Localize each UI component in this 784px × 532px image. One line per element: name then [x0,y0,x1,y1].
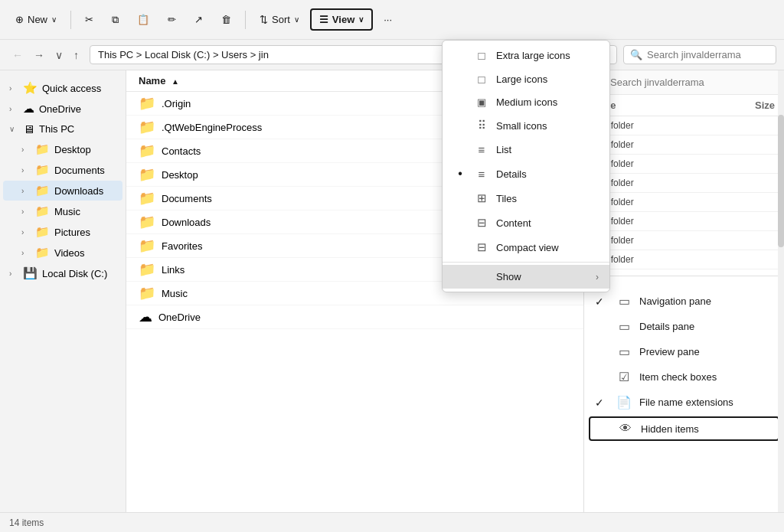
menu-item-small-icons[interactable]: ⠿ Small icons [443,113,609,138]
menu-icon: □ [475,73,488,86]
navigation-pane-option[interactable]: ✓ ▭ Navigation pane [584,289,784,314]
preview-pane-option[interactable]: ▭ Preview pane [584,339,784,364]
right-panel-options: ✓ ▭ Navigation pane ▭ Details pane ▭ Pre… [584,282,784,449]
view-dropdown-icon: ∨ [358,15,364,24]
more-button[interactable]: ··· [376,10,400,29]
onedrive-icon: ☁ [23,102,34,116]
expand-icon: › [21,249,31,257]
desktop-folder-icon: 📁 [35,142,50,156]
item-check-boxes-option[interactable]: ☑ Item check boxes [584,364,784,390]
expand-icon: › [9,269,18,278]
forward-button[interactable]: → [29,46,49,64]
file-icon: 📁 [139,237,155,254]
rp-type: File folder [593,254,729,265]
rename-icon: ✏ [168,14,176,25]
rename-button[interactable]: ✏ [160,10,184,29]
documents-folder-icon: 📁 [35,163,50,177]
menu-icon: ⊟ [475,216,488,230]
new-button[interactable]: ⊕ New ∨ [8,10,64,29]
sidebar-item-videos[interactable]: › 📁 Videos [3,243,122,263]
more-label: ··· [384,14,392,25]
rp-type: File folder [593,178,729,188]
sidebar-label: Pictures [54,227,90,238]
file-icon: 📁 [139,190,155,207]
sidebar-item-desktop[interactable]: › 📁 Desktop [3,139,122,159]
menu-item-extra-large-icons[interactable]: □ Extra large icons [443,44,609,67]
menu-item-tiles[interactable]: ⊞ Tiles [443,186,609,211]
list-item: File folder [584,116,784,135]
sort-icon: ⇅ [260,14,268,25]
sidebar-item-downloads[interactable]: › 📁 Downloads [3,181,122,201]
view-dropdown-menu: □ Extra large icons □ Large icons ▣ Medi… [442,40,610,292]
sidebar: › ⭐ Quick access › ☁ OneDrive ∨ 🖥 This P… [0,70,126,512]
sidebar-item-pictures[interactable]: › 📁 Pictures [3,222,122,242]
details-pane-option[interactable]: ▭ Details pane [584,314,784,339]
sidebar-item-quick-access[interactable]: › ⭐ Quick access [3,78,122,98]
menu-item-show[interactable]: · Show › [443,265,609,289]
sidebar-label: Documents [54,165,105,176]
recent-button[interactable]: ∨ [51,46,67,64]
file-ext-icon: 📄 [616,395,632,410]
list-item: File folder [584,250,784,269]
sidebar-label: OneDrive [39,103,81,115]
paste-button[interactable]: 📋 [129,10,157,29]
expand-icon: › [21,166,31,175]
sidebar-item-this-pc[interactable]: ∨ 🖥 This PC [3,119,122,139]
sidebar-item-music[interactable]: › 📁 Music [3,201,122,221]
right-panel-columns: Type Size [584,95,784,116]
search-input[interactable] [647,49,769,60]
hidden-items-option[interactable]: 👁 Hidden items [589,416,779,441]
menu-icon: ▣ [475,96,488,108]
menu-label: Details [496,168,599,180]
menu-item-details[interactable]: • ≡ Details [443,162,609,186]
share-button[interactable]: ↗ [187,10,211,29]
up-button[interactable]: ↑ [69,46,83,64]
copy-icon: ⧉ [112,14,119,26]
sidebar-item-local-disk[interactable]: › 💾 Local Disk (C:) [3,263,122,283]
sidebar-label: Downloads [54,185,103,197]
menu-icon: □ [475,49,488,62]
back-button[interactable]: ← [8,46,28,64]
menu-item-large-icons[interactable]: □ Large icons [443,67,609,91]
option-label: File name extensions [639,397,773,408]
delete-button[interactable]: 🗑 [214,10,239,29]
downloads-folder-icon: 📁 [35,184,50,197]
sidebar-label: Music [54,206,80,217]
menu-icon: ≡ [475,168,488,181]
scrollbar-track[interactable] [778,70,784,512]
bullet: • [453,167,467,181]
menu-item-list[interactable]: ≡ List [443,138,609,162]
menu-icon: ⊟ [475,240,488,254]
checkbox-icon: ☑ [616,370,632,384]
option-label: Item check boxes [639,371,773,383]
nav-pane-icon: ▭ [616,294,632,308]
music-folder-icon: 📁 [35,204,50,218]
search-box: 🔍 [623,45,776,64]
divider [584,276,784,276]
menu-icon: ≡ [475,143,488,156]
view-button[interactable]: ☰ View ∨ [310,8,373,31]
sidebar-item-documents[interactable]: › 📁 Documents [3,160,122,180]
copy-button[interactable]: ⧉ [104,10,126,30]
menu-item-compact-view[interactable]: ⊟ Compact view [443,235,609,259]
right-panel-search-input[interactable] [610,77,775,88]
sidebar-item-onedrive[interactable]: › ☁ OneDrive [3,99,122,119]
view-label: View [332,14,354,25]
scrollbar-thumb[interactable] [778,115,784,247]
option-label: Navigation pane [639,295,773,307]
sort-button[interactable]: ⇅ Sort ∨ [252,10,307,29]
rp-type: File folder [593,158,729,169]
menu-icon: ⊞ [475,191,488,205]
sidebar-label: Desktop [54,144,91,155]
cut-button[interactable]: ✂ [77,10,101,29]
expand-icon: › [21,207,31,216]
preview-pane-icon: ▭ [616,344,632,359]
items-count: 14 items [9,517,44,528]
file-name-extensions-option[interactable]: ✓ 📄 File name extensions [584,390,784,415]
menu-item-medium-icons[interactable]: ▣ Medium icons [443,91,609,113]
option-label: Details pane [639,321,773,332]
menu-item-content[interactable]: ⊟ Content [443,211,609,235]
status-bar: 14 items [0,512,784,532]
menu-label: Tiles [496,193,599,204]
toolbar: ⊕ New ∨ ✂ ⧉ 📋 ✏ ↗ 🗑 ⇅ Sort ∨ ☰ View ∨ ··… [0,0,784,40]
